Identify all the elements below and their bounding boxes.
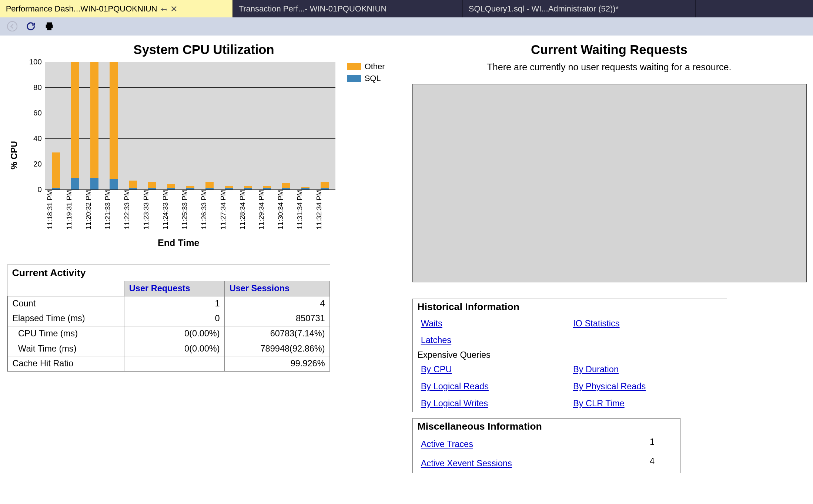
waiting-requests-title: Current Waiting Requests	[412, 43, 806, 57]
document-tabs: Performance Dash...WIN-01PQUOKNIUN Trans…	[0, 0, 813, 17]
tab-label: Transaction Perf...- WIN-01PQUOKNIUN	[239, 4, 387, 14]
swatch-icon	[347, 63, 361, 70]
x-tick: 11:23:33 PM	[142, 190, 161, 232]
bar	[186, 186, 194, 189]
tab-label: Performance Dash...WIN-01PQUOKNIUN	[6, 4, 157, 14]
x-tick: 11:30:34 PM	[277, 190, 296, 232]
x-tick: 11:29:34 PM	[257, 190, 277, 232]
link-user-requests[interactable]: User Requests	[129, 283, 190, 293]
legend-other: Other	[347, 62, 385, 71]
waiting-requests-message: There are currently no user requests wai…	[412, 62, 806, 73]
x-tick: 11:22:33 PM	[123, 190, 142, 232]
y-tick: 100	[29, 57, 42, 66]
link-by-logical-writes[interactable]: By Logical Writes	[417, 396, 491, 411]
x-tick-labels: 11:18:31 PM11:19:31 PM11:20:32 PM11:21:3…	[45, 190, 335, 232]
y-tick: 80	[33, 83, 42, 91]
legend-sql: SQL	[347, 74, 385, 83]
y-axis-label: % CPU	[7, 62, 22, 248]
col-user-requests: User Requests	[124, 281, 225, 296]
historical-info-title: Historical Information	[413, 299, 727, 315]
link-by-cpu[interactable]: By CPU	[417, 362, 455, 377]
tab-label: SQLQuery1.sql - WI...Administrator (52))…	[469, 4, 619, 14]
table-row: Count14	[7, 296, 329, 311]
bar	[148, 182, 156, 189]
expensive-queries-header: Expensive Queries	[413, 349, 727, 361]
y-tick: 0	[37, 185, 41, 194]
y-tick: 40	[33, 134, 42, 142]
back-icon[interactable]	[7, 21, 17, 31]
bar	[244, 186, 252, 189]
cpu-chart-title: System CPU Utilization	[7, 43, 401, 57]
active-xevent-count: 4	[629, 456, 676, 471]
active-traces-count: 1	[629, 437, 676, 452]
current-activity-table: User Requests User Sessions Count14Elaps…	[7, 281, 330, 371]
historical-info-box: Historical Information Waits IO Statisti…	[412, 299, 727, 413]
link-by-logical-reads[interactable]: By Logical Reads	[417, 379, 492, 394]
y-tick: 20	[33, 159, 42, 168]
x-tick: 11:25:33 PM	[181, 190, 200, 232]
x-tick: 11:28:34 PM	[238, 190, 258, 232]
bar	[301, 187, 310, 189]
bar	[110, 62, 118, 189]
x-tick: 11:20:32 PM	[84, 190, 104, 232]
bar	[263, 186, 271, 189]
bar	[129, 181, 137, 189]
link-user-sessions[interactable]: User Sessions	[230, 283, 290, 293]
col-user-sessions: User Sessions	[225, 281, 330, 296]
left-column: System CPU Utilization % CPU 02040608010…	[7, 40, 401, 473]
link-active-xevent-sessions[interactable]: Active Xevent Sessions	[417, 456, 515, 471]
tab-performance-dashboard[interactable]: Performance Dash...WIN-01PQUOKNIUN	[0, 0, 233, 17]
misc-info-title: Miscellaneous Information	[413, 419, 680, 435]
table-row: Wait Time (ms)0(0.00%)789948(92.86%)	[7, 341, 329, 356]
print-icon[interactable]	[44, 21, 54, 31]
link-by-duration[interactable]: By Duration	[570, 362, 622, 377]
table-row: CPU Time (ms)0(0.00%)60783(7.14%)	[7, 326, 329, 341]
svg-point-0	[7, 21, 17, 31]
x-tick: 11:21:33 PM	[104, 190, 123, 232]
report-toolbar	[0, 17, 813, 36]
x-tick: 11:26:33 PM	[200, 190, 219, 232]
table-row: Cache Hit Ratio99.926%	[7, 356, 329, 371]
right-column: Current Waiting Requests There are curre…	[412, 40, 806, 473]
x-axis-label: End Time	[21, 238, 335, 248]
bar	[71, 62, 79, 189]
bar	[205, 182, 214, 189]
tab-transaction-perf[interactable]: Transaction Perf...- WIN-01PQUOKNIUN	[233, 0, 463, 17]
refresh-icon[interactable]	[26, 21, 36, 31]
waiting-requests-panel	[412, 84, 807, 282]
link-latches[interactable]: Latches	[417, 333, 455, 348]
table-row: Elapsed Time (ms)0850731	[7, 311, 329, 326]
link-waits[interactable]: Waits	[417, 316, 446, 331]
bar	[167, 184, 175, 189]
bar	[321, 182, 329, 189]
x-tick: 11:32:34 PM	[315, 190, 334, 232]
cpu-chart: % CPU 020406080100 11:18:31 PM11:19:31 P…	[7, 62, 401, 248]
plot-area: 020406080100	[45, 62, 335, 190]
x-tick: 11:31:34 PM	[296, 190, 315, 232]
link-active-traces[interactable]: Active Traces	[417, 437, 476, 452]
chart-legend: Other SQL	[347, 62, 385, 248]
current-activity-title: Current Activity	[7, 265, 330, 281]
y-tick: 60	[33, 108, 42, 117]
current-activity-box: Current Activity User Requests User Sess…	[7, 265, 330, 372]
swatch-icon	[347, 75, 361, 82]
report-body: System CPU Utilization % CPU 02040608010…	[0, 36, 813, 478]
link-by-clr-time[interactable]: By CLR Time	[570, 396, 628, 411]
link-by-physical-reads[interactable]: By Physical Reads	[570, 379, 649, 394]
bar	[225, 186, 233, 189]
x-tick: 11:18:31 PM	[46, 190, 65, 232]
bar	[52, 152, 60, 189]
misc-info-box: Miscellaneous Information Active Traces …	[412, 418, 680, 473]
x-tick: 11:24:33 PM	[161, 190, 181, 232]
link-io-statistics[interactable]: IO Statistics	[570, 316, 623, 331]
close-icon[interactable]	[171, 6, 177, 12]
tab-sqlquery1[interactable]: SQLQuery1.sql - WI...Administrator (52))…	[463, 0, 696, 17]
bar	[282, 183, 290, 189]
bar	[90, 62, 98, 189]
pin-icon[interactable]	[161, 5, 168, 12]
x-tick: 11:27:34 PM	[219, 190, 238, 232]
x-tick: 11:19:31 PM	[65, 190, 84, 232]
